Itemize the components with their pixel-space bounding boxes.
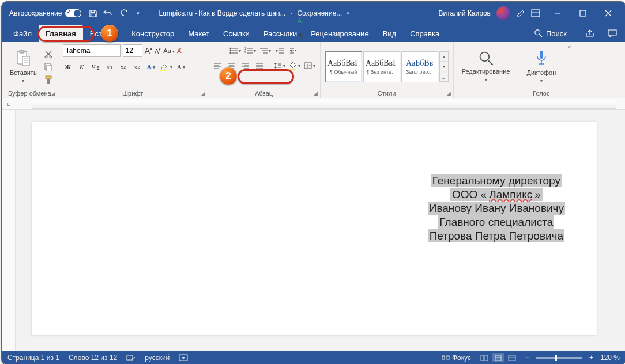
font-name-input[interactable] <box>63 44 121 57</box>
coming-soon-icon[interactable] <box>516 9 525 18</box>
tab-references[interactable]: Ссылки <box>216 25 257 42</box>
svg-rect-7 <box>20 50 24 53</box>
clipboard-launcher-icon[interactable]: ◢ <box>51 90 55 96</box>
show-marks-icon[interactable]: ¶ <box>296 31 306 41</box>
strike-button[interactable]: ab <box>104 62 115 72</box>
tab-view[interactable]: Вид <box>376 25 404 42</box>
status-spellcheck-icon[interactable] <box>126 354 135 362</box>
shrink-font-icon[interactable]: A▾ <box>155 47 161 55</box>
tab-review[interactable]: Рецензирование <box>304 25 375 42</box>
qat-dropdown-icon[interactable]: ▾ <box>133 9 142 18</box>
indent-left-icon[interactable] <box>274 46 285 56</box>
minimize-button[interactable] <box>545 2 570 25</box>
format-painter-icon[interactable] <box>44 75 53 84</box>
view-web-icon[interactable] <box>506 353 518 362</box>
focus-mode-button[interactable]: Фокус <box>442 354 471 362</box>
search-button[interactable]: Поиск <box>529 29 573 38</box>
svg-point-4 <box>535 30 540 35</box>
tab-design[interactable]: Конструктор <box>125 25 181 42</box>
justify-icon[interactable] <box>254 60 265 71</box>
status-words[interactable]: Слово 12 из 12 <box>69 354 117 362</box>
ruler-vertical[interactable] <box>2 110 16 351</box>
zoom-out-button[interactable]: − <box>525 354 529 362</box>
status-page[interactable]: Страница 1 из 1 <box>7 354 59 362</box>
shading-icon[interactable]: ▾ <box>289 60 300 71</box>
tab-home[interactable]: Главная <box>39 25 83 42</box>
group-editing: Редактирование ▾ <box>454 42 519 98</box>
save-icon[interactable] <box>88 9 97 18</box>
sort-icon[interactable]: A↓ <box>296 16 306 26</box>
font-size-input[interactable] <box>123 44 142 57</box>
clear-format-icon[interactable]: A̸ <box>177 47 182 55</box>
zoom-level[interactable]: 120 % <box>600 354 620 362</box>
line-spacing-icon[interactable]: ▾ <box>274 60 285 71</box>
align-left-icon[interactable] <box>213 60 223 71</box>
underline-button[interactable]: Ч▾ <box>91 62 101 72</box>
align-right-icon[interactable] <box>240 60 251 71</box>
document-title: Lumpics.ru - Как в Ворде сделать шап... <box>159 9 285 17</box>
view-print-icon[interactable] <box>492 353 504 362</box>
change-case-icon[interactable]: Aa▾ <box>163 47 174 54</box>
style-heading1[interactable]: АаБбВвЗаголово… <box>401 51 438 82</box>
bullets-icon[interactable]: ▾ <box>229 46 241 56</box>
ruler-horizontal[interactable]: L <box>2 98 625 110</box>
user-name[interactable]: Виталий Каиров <box>438 9 491 17</box>
group-clipboard: Вставить ▾ Буфер обмена◢ <box>2 42 58 98</box>
svg-point-64 <box>480 52 489 62</box>
svg-point-23 <box>229 52 231 54</box>
style-normal[interactable]: АаБбВвГ¶ Обычный <box>325 51 362 82</box>
group-styles: АаБбВвГ¶ Обычный АаБбВвГ¶ Без инте… АаБб… <box>321 42 454 98</box>
selected-text-block[interactable]: Генеральному директору ООО «Лампикс» Ива… <box>428 173 565 244</box>
dictate-button[interactable]: Диктофон ▾ <box>523 47 559 86</box>
tab-file[interactable]: Файл <box>6 25 39 42</box>
svg-rect-74 <box>481 355 484 361</box>
borders-icon[interactable]: ▾ <box>304 60 315 71</box>
numbering-icon[interactable]: 123▾ <box>244 46 256 56</box>
styles-gallery-scroller[interactable]: ▴▾⎯ <box>439 51 449 82</box>
redo-icon[interactable] <box>118 9 127 18</box>
editing-button[interactable]: Редактирование ▾ <box>458 48 514 85</box>
comments-button[interactable] <box>604 29 621 37</box>
view-read-icon[interactable] <box>478 353 491 362</box>
align-center-icon[interactable] <box>227 60 237 71</box>
bold-button[interactable]: Ж <box>63 62 73 72</box>
svg-line-5 <box>540 35 542 37</box>
font-color-icon[interactable]: A▾ <box>176 62 186 72</box>
close-button[interactable] <box>596 2 621 25</box>
paste-button[interactable]: Вставить ▾ <box>6 47 40 86</box>
undo-icon[interactable] <box>103 9 112 18</box>
tab-help[interactable]: Справка <box>403 25 446 42</box>
ribbon-options-icon[interactable] <box>531 9 540 18</box>
svg-rect-16 <box>46 76 51 79</box>
italic-button[interactable]: К <box>77 62 87 72</box>
indent-right-icon[interactable] <box>288 46 299 56</box>
font-launcher-icon[interactable]: ◢ <box>201 90 205 96</box>
subscript-button[interactable]: x2 <box>118 62 129 72</box>
collapse-ribbon-icon[interactable]: ˄ <box>568 46 571 53</box>
group-paragraph: ▾ 123▾ ▾ ▾ ▾ ▾ A↓ <box>208 42 321 98</box>
autosave-toggle[interactable] <box>65 9 81 17</box>
svg-rect-72 <box>442 356 445 359</box>
status-language[interactable]: русский <box>145 354 170 362</box>
multilevel-icon[interactable]: ▾ <box>259 46 271 56</box>
paragraph-launcher-icon[interactable]: ◢ <box>314 90 318 96</box>
style-nospace[interactable]: АаБбВвГ¶ Без инте… <box>363 51 400 82</box>
styles-launcher-icon[interactable]: ◢ <box>447 90 451 96</box>
zoom-in-button[interactable]: + <box>589 354 593 362</box>
copy-icon[interactable] <box>44 62 53 71</box>
status-macros-icon[interactable] <box>179 354 188 361</box>
highlight-icon[interactable]: ▾ <box>160 62 172 72</box>
grow-font-icon[interactable]: A▴ <box>145 46 152 55</box>
tab-layout[interactable]: Макет <box>181 25 216 42</box>
user-avatar[interactable] <box>496 6 510 20</box>
zoom-slider[interactable] <box>536 357 582 359</box>
superscript-button[interactable]: x2 <box>132 62 142 72</box>
svg-rect-78 <box>509 355 515 361</box>
text-effects-icon[interactable]: A▾ <box>146 62 156 72</box>
cut-icon[interactable] <box>44 50 53 59</box>
maximize-button[interactable] <box>570 2 596 25</box>
tab-insert[interactable]: Вставка <box>83 25 125 42</box>
svg-rect-75 <box>485 355 488 361</box>
document-page[interactable]: Генеральному директору ООО «Лампикс» Ива… <box>32 122 597 335</box>
share-button[interactable] <box>582 29 599 37</box>
